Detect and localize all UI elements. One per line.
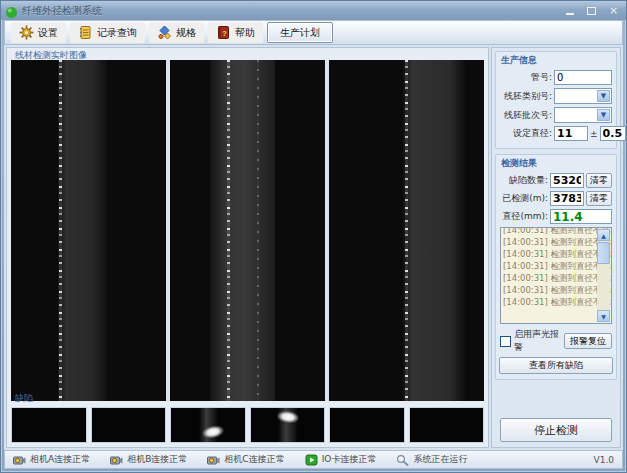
spec-button[interactable]: 规格: [149, 22, 204, 43]
status-io-card-label: IO卡连接正常: [322, 453, 377, 466]
spec-icon: [157, 25, 172, 40]
defect-strip-label: 缺陷: [15, 392, 33, 405]
camera-icon: [207, 454, 220, 466]
camera-c-view: [329, 60, 484, 401]
measured-length-input[interactable]: [550, 191, 584, 206]
production-plan-label: 生产计划: [280, 26, 320, 40]
status-camera-b-label: 相机B连接正常: [127, 453, 187, 466]
fiber-band: [210, 60, 275, 401]
tube-no-input[interactable]: [554, 70, 612, 85]
clear-measured-button[interactable]: 清零: [586, 191, 612, 206]
diameter-label: 直径(mm):: [500, 210, 548, 223]
production-info-title: 生产信息: [501, 54, 613, 67]
camera-a-view: [11, 60, 166, 401]
diameter-input[interactable]: [550, 209, 612, 224]
minimize-button[interactable]: [561, 4, 578, 18]
settings-button[interactable]: 设置: [11, 22, 66, 43]
defect-thumbnail[interactable]: [250, 407, 326, 443]
statusbar: 相机A连接正常 相机B连接正常 相机C连接正常 IO卡连接正常 系统正在运行 V…: [4, 450, 623, 469]
defect-count-input[interactable]: [550, 173, 584, 188]
help-label: 帮助: [235, 26, 255, 40]
io-card-icon: [305, 454, 318, 466]
scroll-up-icon[interactable]: ▲: [597, 229, 610, 241]
stop-detection-button[interactable]: 停止检测: [500, 418, 612, 442]
sound-light-alarm-label: 启用声光报警: [514, 328, 561, 354]
blank-batch-label: 线胚批次号:: [500, 109, 552, 122]
record-query-button[interactable]: 记录查询: [70, 22, 145, 43]
close-button[interactable]: ×: [605, 4, 622, 18]
toolbar: 设置 记录查询 规格 ? 帮助 生产计划: [4, 20, 623, 45]
production-plan-button[interactable]: 生产计划: [267, 22, 333, 43]
status-camera-c: 相机C连接正常: [207, 453, 284, 466]
defect-blob: [201, 424, 225, 440]
settings-icon: [19, 25, 34, 40]
window-title: 纤维外径检测系统: [22, 4, 561, 18]
settings-label: 设置: [38, 26, 58, 40]
record-query-label: 记录查询: [97, 26, 137, 40]
fiber-edge-speckle: [257, 60, 259, 401]
camera-icon: [13, 454, 26, 466]
live-image-area: 线材检测实时图像 缺陷: [6, 47, 489, 448]
set-diameter-input[interactable]: [554, 126, 588, 141]
defect-blob: [276, 410, 299, 425]
scrollbar-thumb[interactable]: [597, 242, 610, 264]
sound-light-alarm-checkbox[interactable]: [500, 336, 511, 347]
set-diameter-label: 设定直径:: [500, 127, 552, 140]
status-system-running-label: 系统正在运行: [413, 453, 467, 466]
restore-button[interactable]: [583, 4, 600, 18]
camera-icon: [110, 454, 123, 466]
blank-type-label: 线胚类别号:: [500, 90, 552, 103]
app-icon: [5, 4, 18, 17]
defect-count-label: 缺陷数量:: [500, 174, 548, 187]
log-entry: [14:00:31] 检测到直径不合格: [503, 227, 596, 236]
right-panel: 生产信息 管号: 线胚类别号: ▼ 线胚批次号: ▼ 设定直径: ±: [491, 47, 621, 448]
view-all-defects-button[interactable]: 查看所有缺陷: [499, 357, 613, 374]
alarm-reset-button[interactable]: 报警复位: [564, 333, 612, 349]
blank-batch-select[interactable]: ▼: [554, 107, 612, 123]
production-info-group: 生产信息 管号: 线胚类别号: ▼ 线胚批次号: ▼ 设定直径: ±: [495, 51, 617, 149]
spec-label: 规格: [176, 26, 196, 40]
fiber-band: [58, 60, 108, 401]
clear-defect-count-button[interactable]: 清零: [586, 173, 612, 188]
blank-type-select[interactable]: ▼: [554, 88, 612, 104]
scroll-down-icon[interactable]: ▼: [597, 310, 610, 322]
record-query-icon: [78, 25, 93, 40]
detection-results-title: 检测结果: [501, 157, 613, 170]
camera-views: [11, 60, 484, 401]
help-icon: ?: [216, 25, 231, 40]
defect-thumbnail[interactable]: [170, 407, 246, 443]
chevron-down-icon[interactable]: ▼: [597, 90, 610, 102]
detection-results-group: 检测结果 缺陷数量: 清零 已检测(m): 清零 直径(mm): [14:00:…: [495, 154, 617, 380]
svg-text:?: ?: [222, 29, 227, 38]
status-io-card: IO卡连接正常: [305, 453, 377, 466]
fiber-edge-speckle: [405, 60, 408, 401]
content-area: 线材检测实时图像 缺陷: [4, 45, 623, 450]
log-entry: [14:00:31] 检测到直径不合格: [503, 284, 596, 296]
magnifier-icon: [396, 454, 409, 466]
app-window: 纤维外径检测系统 × 设置 记录查询 规格 ? 帮助 生产计划: [0, 0, 627, 473]
defect-thumbnail[interactable]: [329, 407, 405, 443]
status-camera-a: 相机A连接正常: [13, 453, 90, 466]
window-controls: ×: [561, 4, 622, 18]
log-entry: [14:00:31] 检测到直径不合格: [503, 260, 596, 272]
help-button[interactable]: ? 帮助: [208, 22, 263, 43]
log-scrollbar[interactable]: ▲ ▼: [597, 229, 610, 322]
chevron-down-icon[interactable]: ▼: [597, 109, 610, 121]
status-camera-b: 相机B连接正常: [110, 453, 187, 466]
fiber-band: [403, 60, 465, 401]
titlebar: 纤维外径检测系统 ×: [1, 1, 626, 20]
detection-log-list[interactable]: [14:00:31] 检测到直径不合格 [14:00:31] 检测到直径不合格 …: [500, 227, 612, 324]
defect-thumbnails: [11, 407, 484, 443]
defect-thumbnail[interactable]: [11, 407, 87, 443]
fiber-edge-speckle: [59, 60, 62, 401]
tolerance-input[interactable]: [600, 126, 626, 141]
fiber-edge-speckle: [227, 60, 230, 401]
defect-thumbnail[interactable]: [91, 407, 167, 443]
log-entry: [14:00:31] 检测到直径不合格: [503, 236, 596, 248]
camera-b-view: [170, 60, 325, 401]
defect-thumbnail[interactable]: [409, 407, 485, 443]
log-entry: [14:00:31] 检测到直径不合格: [503, 296, 596, 308]
status-camera-a-label: 相机A连接正常: [30, 453, 90, 466]
status-camera-c-label: 相机C连接正常: [224, 453, 284, 466]
plus-minus-label: ±: [590, 129, 598, 139]
